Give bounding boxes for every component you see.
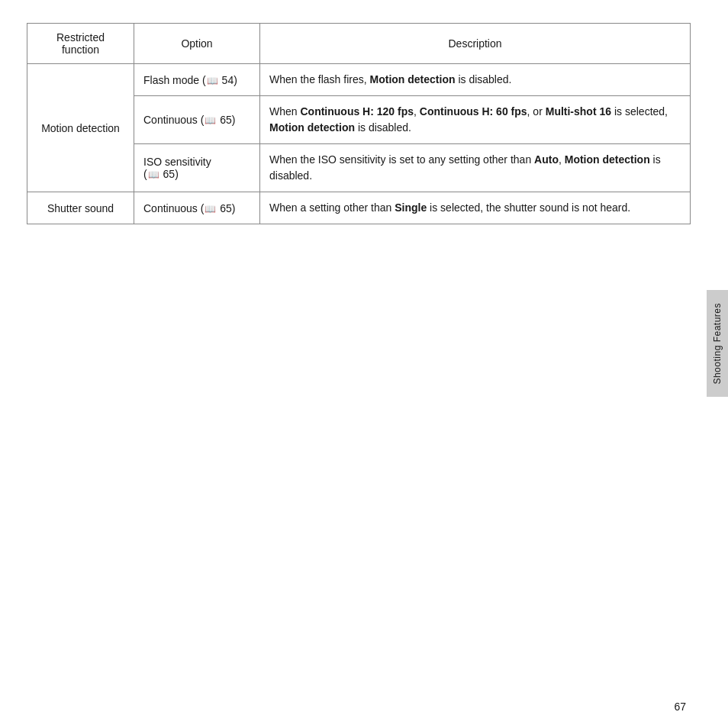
restrictions-table: Restrictedfunction Option Description Mo…	[27, 23, 691, 224]
option-continuous-1: Continuous (📖 65)	[134, 96, 260, 144]
desc-iso-sensitivity: When the ISO sensitivity is set to any s…	[260, 144, 691, 192]
desc-continuous-1: When Continuous H: 120 fps, Continuous H…	[260, 96, 691, 144]
option-flash-mode: Flash mode (📖 54)	[134, 64, 260, 96]
option-iso-sensitivity: ISO sensitivity(📖 65)	[134, 144, 260, 192]
side-tab-label: Shooting Features	[712, 303, 723, 385]
book-icon: 📖	[148, 169, 159, 180]
book-icon: 📖	[205, 204, 216, 214]
restricted-function-shutter: Shutter sound	[27, 192, 134, 224]
page-number: 67	[674, 701, 686, 713]
table-row: Shutter sound Continuous (📖 65) When a s…	[27, 192, 691, 224]
page-container: Restrictedfunction Option Description Mo…	[0, 0, 728, 728]
header-description: Description	[260, 24, 691, 64]
header-restricted: Restrictedfunction	[27, 24, 134, 64]
desc-shutter-sound: When a setting other than Single is sele…	[260, 192, 691, 224]
restricted-function-motion: Motion detection	[27, 64, 134, 192]
header-option: Option	[134, 24, 260, 64]
book-icon: 📖	[205, 115, 216, 126]
book-icon: 📖	[207, 76, 218, 86]
option-continuous-2: Continuous (📖 65)	[134, 192, 260, 224]
desc-flash-mode: When the flash fires, Motion detection i…	[260, 64, 691, 96]
side-tab: Shooting Features	[707, 290, 728, 397]
table-row: Motion detection Flash mode (📖 54) When …	[27, 64, 691, 96]
